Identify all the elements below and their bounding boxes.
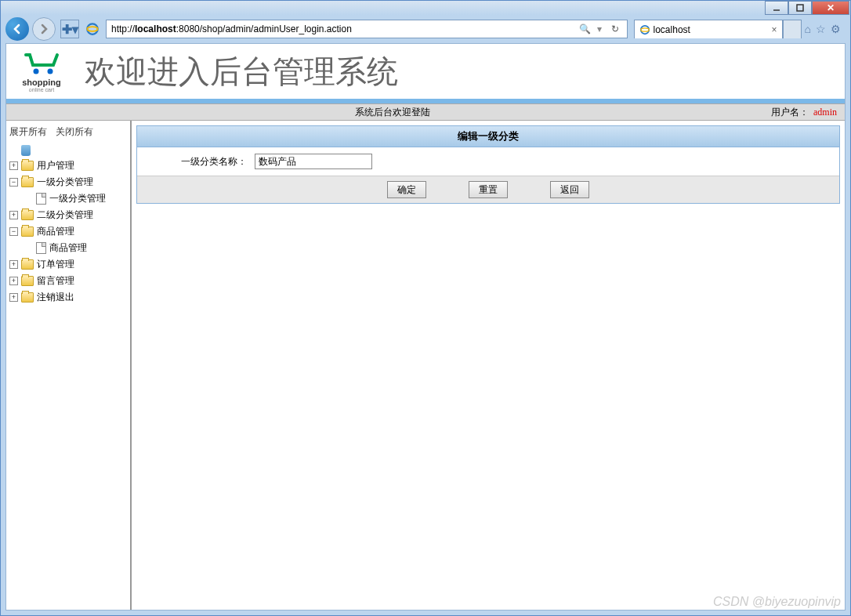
tree-toggle-icon[interactable]: + [9,277,18,285]
svg-point-4 [640,25,649,34]
tree-item-label: 用户管理 [37,159,74,172]
tree-toggle-icon[interactable]: + [9,260,18,269]
folder-icon [21,210,34,220]
edit-panel: 编辑一级分类 一级分类名称： 确定 重置 返回 [136,125,840,204]
search-icon[interactable]: 🔍 [576,24,594,34]
reset-button[interactable]: 重置 [469,181,508,198]
url-text: http://localhost:8080/shop/admin/adminUs… [111,24,573,34]
database-icon [21,145,31,156]
page-content: shopping online cart 欢迎进入后台管理系统 系统后台欢迎登陆… [5,43,846,611]
new-tab-button[interactable] [783,20,802,38]
svg-point-3 [87,27,98,31]
svg-point-6 [34,68,39,74]
ie-icon [639,24,650,35]
page-icon [36,242,46,254]
url-bar[interactable]: http://localhost:8080/shop/admin/adminUs… [106,20,628,38]
logo-text-1: shopping [14,78,69,87]
svg-point-5 [640,27,649,31]
url-dropdown-icon[interactable]: ▾ [594,24,605,34]
welcome-text: 系统后台欢迎登陆 [355,106,430,119]
home-icon[interactable]: ⌂ [805,23,811,35]
logo: shopping online cart [14,51,69,92]
window-maximize-button[interactable] [788,1,812,15]
svg-point-7 [48,68,53,74]
tree-item-0[interactable]: +用户管理 [9,158,127,174]
browser-toolbar-icons: ⌂ ☆ ⚙ [805,23,846,35]
tree-item-2[interactable]: 一级分类管理 [9,190,127,207]
nav-back-button[interactable] [5,17,29,41]
collapse-all-link[interactable]: 关闭所有 [56,126,93,137]
page-icon [36,193,46,205]
favorites-icon[interactable]: ☆ [816,23,826,35]
folder-icon [21,292,34,303]
info-bar: 系统后台欢迎登陆 用户名： admin [6,103,845,121]
username-label: 用户名： [771,106,809,119]
tree-toggle-icon[interactable]: + [9,161,18,170]
nav-tree [9,143,127,158]
tab-close-icon[interactable]: × [772,24,777,35]
tree-item-label: 商品管理 [49,241,87,255]
browser-window: ✕ ✚▾ http://localhost:8080/shop/admin/ad… [0,0,851,616]
svg-rect-1 [797,5,803,11]
window-close-button[interactable]: ✕ [812,1,849,15]
username-value: admin [813,107,837,118]
tree-item-label: 注销退出 [37,291,74,304]
folder-icon [21,259,34,270]
page-header: shopping online cart 欢迎进入后台管理系统 [6,44,845,103]
folder-icon [21,226,34,237]
svg-point-2 [87,24,98,34]
tree-item-label: 二级分类管理 [37,208,93,222]
panel-title: 编辑一级分类 [137,126,839,147]
tree-toggle-icon[interactable]: + [9,293,18,302]
tree-toggle-icon[interactable]: + [9,211,18,219]
tree-toggle-icon[interactable]: − [9,227,18,236]
folder-icon [21,161,34,171]
back-button[interactable]: 返回 [550,181,589,198]
logo-text-2: online cart [14,87,69,92]
folder-icon [21,276,34,286]
tree-toggle-icon[interactable]: − [9,178,18,187]
ok-button[interactable]: 确定 [387,181,426,198]
folder-icon [21,177,34,187]
tree-item-7[interactable]: +留言管理 [9,273,127,289]
ie-icon [85,22,100,36]
tree-item-label: 留言管理 [37,274,74,288]
tree-item-3[interactable]: +二级分类管理 [9,207,127,223]
tree-item-label: 一级分类管理 [37,176,93,189]
nav-add-button[interactable]: ✚▾ [60,20,79,38]
tree-item-1[interactable]: −一级分类管理 [9,174,127,190]
button-row: 确定 重置 返回 [137,176,839,203]
tab-strip: localhost × [634,20,802,38]
page-title: 欢迎进入后台管理系统 [85,50,398,93]
main-content: 编辑一级分类 一级分类名称： 确定 重置 返回 [132,121,845,610]
category-name-input[interactable] [255,154,372,169]
form-row: 一级分类名称： [137,147,839,176]
tree-item-label: 订单管理 [37,258,74,271]
nav-forward-button[interactable] [32,17,56,41]
tree-item-8[interactable]: +注销退出 [9,289,127,306]
browser-nav: ✚▾ http://localhost:8080/shop/admin/admi… [1,15,850,43]
tab-title: localhost [654,24,690,35]
tree-item-4[interactable]: −商品管理 [9,223,127,240]
window-titlebar: ✕ [1,1,850,15]
tree-item-5[interactable]: 商品管理 [9,240,127,256]
tree-root[interactable] [9,143,127,158]
settings-icon[interactable]: ⚙ [831,23,841,35]
window-minimize-button[interactable] [765,1,788,15]
expand-all-link[interactable]: 展开所有 [9,126,47,137]
tree-item-6[interactable]: +订单管理 [9,256,127,273]
sidebar: 展开所有 关闭所有 +用户管理−一级分类管理一级分类管理+二级分类管理−商品管理… [6,121,132,610]
browser-tab[interactable]: localhost × [634,20,783,38]
tree-item-label: 一级分类管理 [49,192,106,205]
refresh-icon[interactable]: ↻ [608,24,622,34]
tree-item-label: 商品管理 [37,225,74,238]
field-label: 一级分类名称： [153,155,255,168]
